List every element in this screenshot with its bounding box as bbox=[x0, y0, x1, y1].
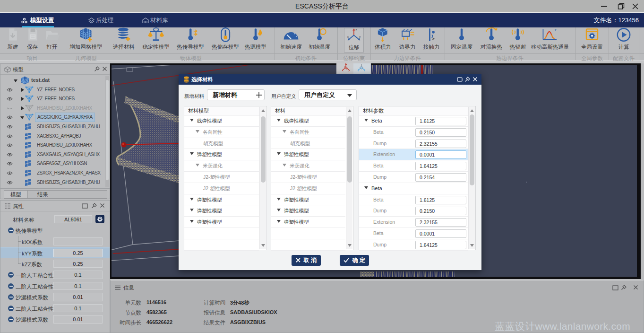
svg-text:y: y bbox=[359, 35, 361, 39]
svg-text:z: z bbox=[555, 28, 557, 32]
svg-text:x: x bbox=[347, 35, 349, 38]
svg-text:z: z bbox=[355, 28, 357, 32]
